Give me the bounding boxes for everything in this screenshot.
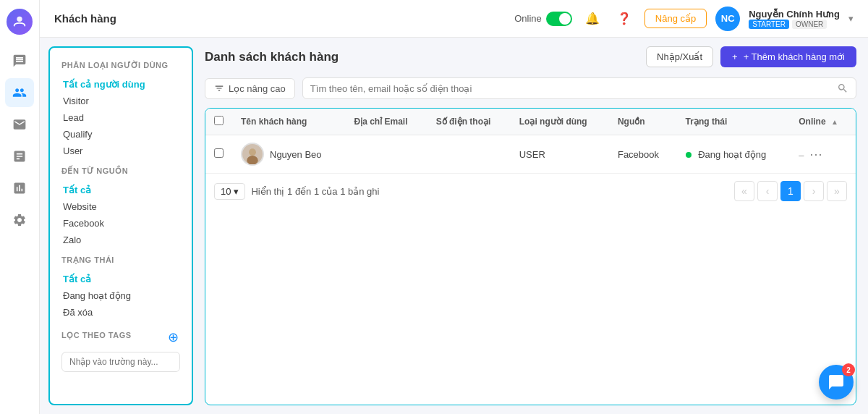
sidebar-item-qualify[interactable]: Qualify — [61, 126, 180, 143]
row-checkbox — [205, 135, 232, 174]
avatar: NC — [715, 7, 740, 31]
table-header-row: Tên khách hàng Địa chỉ Email Số điện tho… — [205, 109, 856, 135]
row-loai: USER — [511, 135, 609, 174]
sidebar-item-tat-ca-nguon[interactable]: Tất cả — [61, 182, 180, 198]
svg-point-0 — [17, 17, 22, 22]
sidebar-item-dang-hoat-dong[interactable]: Đang hoạt động — [61, 287, 180, 304]
notification-bell-icon[interactable]: 🔔 — [581, 7, 604, 30]
row-more-button[interactable]: ⋯ — [807, 146, 825, 162]
nav-chat-icon[interactable] — [5, 46, 34, 75]
starter-badge: STARTER — [749, 20, 789, 29]
trang-thai-section-title: TRẠNG THÁI — [61, 255, 180, 265]
row-nguon: Facebook — [609, 135, 677, 174]
nav-contacts-icon[interactable] — [5, 110, 34, 139]
icon-nav — [0, 0, 40, 414]
main-container: Khách hàng Online 🔔 ❓ Nâng cấp NC Nguyễn… — [40, 0, 868, 414]
content-area: PHÂN LOẠI NGƯỜI DÙNG Tất cả người dùng V… — [40, 38, 868, 414]
header-email: Địa chỉ Email — [346, 109, 427, 135]
user-info: Nguyễn Chính Hưng STARTER OWNER — [749, 9, 840, 29]
row-status: Đang hoạt động — [677, 135, 791, 174]
per-page-value: 10 — [221, 186, 231, 197]
main-page-title: Danh sách khách hàng — [205, 50, 339, 64]
nav-analytics-icon[interactable] — [5, 174, 34, 203]
owner-badge: OWNER — [792, 20, 827, 29]
sidebar-item-facebook[interactable]: Facebook — [61, 215, 180, 232]
row-online: – ⋯ — [790, 135, 856, 174]
table-container: Tên khách hàng Địa chỉ Email Số điện tho… — [205, 108, 856, 405]
sidebar-item-visitor[interactable]: Visitor — [61, 93, 180, 109]
page-nav: « ‹ 1 › » — [734, 181, 847, 201]
last-page-button[interactable]: » — [827, 181, 847, 201]
header: Khách hàng Online 🔔 ❓ Nâng cấp NC Nguyễn… — [40, 0, 868, 38]
first-page-button[interactable]: « — [734, 181, 754, 201]
sidebar-item-user[interactable]: User — [61, 143, 180, 159]
row-email — [346, 135, 427, 174]
tags-input[interactable] — [61, 352, 180, 372]
table-row: Nguyen Beo USER Facebook Đang hoạt động — [205, 135, 856, 174]
header-right: Online 🔔 ❓ Nâng cấp NC Nguyễn Chính Hưng… — [514, 7, 854, 31]
online-label: Online — [514, 13, 542, 24]
header-online[interactable]: Online ▲ — [790, 109, 856, 135]
status-label: Đang hoạt động — [698, 149, 766, 160]
svg-point-2 — [249, 148, 256, 156]
header-checkbox-col — [205, 109, 232, 135]
add-new-customer-button[interactable]: + + Thêm khách hàng mới — [720, 46, 856, 67]
search-icon — [837, 83, 848, 94]
current-page-button[interactable]: 1 — [780, 181, 801, 201]
search-input-wrap — [302, 77, 856, 99]
header-actions: Nhập/Xuất + + Thêm khách hàng mới — [646, 46, 856, 67]
sidebar-item-lead[interactable]: Lead — [61, 109, 180, 126]
sidebar-item-tat-ca-status[interactable]: Tất cả — [61, 271, 180, 287]
chevron-down-icon[interactable]: ▾ — [848, 13, 854, 24]
sidebar-item-website[interactable]: Website — [61, 198, 180, 215]
row-phone — [427, 135, 511, 174]
sidebar: PHÂN LOẠI NGƯỜI DÙNG Tất cả người dùng V… — [48, 46, 193, 405]
sidebar-item-tat-ca-nguoi-dung[interactable]: Tất cả người dùng — [61, 76, 180, 93]
user-name: Nguyễn Chính Hưng — [749, 9, 840, 20]
search-input[interactable] — [310, 83, 833, 94]
app-logo[interactable] — [7, 9, 33, 35]
sidebar-item-zalo[interactable]: Zalo — [61, 232, 180, 248]
page-title: Khách hàng — [54, 12, 506, 25]
sort-icon: ▲ — [831, 118, 838, 126]
online-badge: Online — [514, 12, 572, 26]
chat-badge: 2 — [842, 363, 855, 376]
user-name-cell: Nguyen Beo — [270, 149, 322, 160]
user-photo — [242, 144, 263, 164]
online-toggle[interactable] — [546, 12, 572, 26]
page-header: Danh sách khách hàng Nhập/Xuất + + Thêm … — [205, 46, 856, 67]
row-ten: Nguyen Beo — [232, 135, 346, 174]
next-page-button[interactable]: › — [804, 181, 824, 201]
prev-page-button[interactable]: ‹ — [757, 181, 778, 201]
import-export-button[interactable]: Nhập/Xuất — [646, 46, 713, 67]
nav-settings-icon[interactable] — [5, 206, 34, 235]
page-info: Hiển thị 1 đến 1 của 1 bản ghi — [251, 186, 728, 197]
help-icon[interactable]: ❓ — [613, 7, 636, 30]
nav-inbox-icon[interactable] — [5, 142, 34, 171]
sidebar-item-da-xoa[interactable]: Đã xóa — [61, 304, 180, 321]
add-tag-button[interactable]: ⊕ — [166, 330, 180, 345]
header-ten: Tên khách hàng — [232, 109, 346, 135]
user-cell: Nguyen Beo — [241, 143, 337, 166]
select-all-checkbox[interactable] — [214, 116, 224, 125]
filter-button[interactable]: Lọc nâng cao — [205, 78, 295, 99]
chat-icon — [827, 373, 845, 391]
loc-theo-tags-title: LỌC THEO TAGS — [61, 331, 132, 340]
header-phone: Số điện thoại — [427, 109, 511, 135]
add-new-label: + Thêm khách hàng mới — [744, 51, 845, 62]
nang-cap-button[interactable]: Nâng cấp — [644, 9, 707, 28]
filter-label: Lọc nâng cao — [229, 83, 286, 94]
nav-users-icon[interactable] — [5, 78, 34, 107]
den-tu-nguon-section-title: ĐẾN TỪ NGUỒN — [61, 166, 180, 176]
online-value: – — [799, 150, 804, 161]
user-avatar-sm — [241, 143, 264, 166]
customers-table: Tên khách hàng Địa chỉ Email Số điện tho… — [205, 109, 856, 173]
header-nguon: Nguồn — [609, 109, 677, 135]
chat-widget[interactable]: 2 — [819, 365, 854, 400]
filter-icon — [214, 83, 224, 93]
header-loai: Loại người dùng — [511, 109, 609, 135]
user-badges: STARTER OWNER — [749, 20, 840, 29]
header-status: Trạng thái — [677, 109, 791, 135]
per-page-select[interactable]: 10 ▾ — [214, 183, 245, 200]
row-select-checkbox[interactable] — [214, 148, 224, 158]
